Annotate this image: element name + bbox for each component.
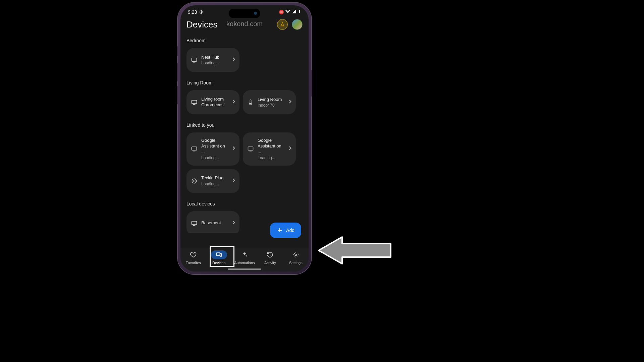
chevron-right-icon: [288, 99, 292, 105]
status-time: 9:23: [188, 9, 197, 15]
chevron-right-icon: [232, 220, 235, 226]
section-row: Living room Chromecast Living Room Indoo…: [186, 90, 303, 114]
gear-icon: [292, 251, 299, 258]
svg-rect-1: [192, 100, 197, 104]
watermark: kokond.com: [226, 20, 263, 28]
device-text: Google Assistant on ... Loading...: [201, 138, 229, 160]
sparkle-icon: [241, 251, 248, 258]
device-card-chromecast[interactable]: Living room Chromecast: [186, 90, 239, 114]
header-actions: [277, 19, 303, 30]
chevron-right-icon: [232, 178, 235, 184]
nav-devices[interactable]: Devices: [206, 250, 231, 265]
add-label: Add: [286, 228, 294, 233]
device-title: Nest Hub: [201, 55, 229, 60]
section-row: Nest Hub Loading...: [186, 48, 303, 72]
bottom-nav: Favorites Devices Automations Activity S…: [180, 248, 309, 272]
device-title: Living room Chromecast: [201, 97, 229, 108]
svg-point-7: [195, 181, 196, 181]
page-title: Devices: [186, 19, 217, 30]
flask-icon: [280, 22, 285, 27]
device-text: Google Assistant on ... Loading...: [258, 138, 285, 160]
battery-icon: [298, 9, 301, 15]
phone-side-button: [177, 86, 178, 104]
nav-label: Settings: [289, 261, 303, 265]
section-label: Linked to you: [186, 122, 303, 128]
device-text: Nest Hub Loading...: [201, 55, 229, 66]
svg-point-11: [295, 254, 297, 256]
device-sub: Loading...: [201, 61, 229, 65]
nav-automations[interactable]: Automations: [232, 250, 257, 265]
svg-point-6: [193, 181, 194, 181]
display-icon: [191, 145, 198, 153]
device-text: Living room Chromecast: [201, 97, 229, 108]
device-card-plug[interactable]: Teckin Plug Loading...: [186, 169, 239, 193]
device-card-basement[interactable]: Basement: [186, 211, 239, 233]
display-icon: [191, 99, 198, 106]
device-sub: Loading...: [258, 156, 285, 160]
device-title: Google Assistant on ...: [258, 138, 285, 155]
phone-side-button: [311, 70, 312, 97]
device-title: Teckin Plug: [201, 175, 229, 181]
svg-point-5: [192, 179, 196, 183]
device-title: Google Assistant on ...: [201, 138, 229, 155]
device-card-assistant[interactable]: Google Assistant on ... Loading...: [243, 132, 296, 166]
devices-icon: [216, 251, 222, 258]
section-label: Bedroom: [186, 38, 303, 43]
device-text: Teckin Plug Loading...: [201, 175, 229, 186]
labs-button[interactable]: [277, 19, 288, 30]
nav-label: Automations: [234, 261, 255, 265]
svg-rect-0: [192, 58, 197, 61]
device-text: Living Room Indoor 70: [258, 97, 285, 108]
account-avatar[interactable]: [292, 19, 303, 30]
device-text: Basement: [201, 220, 229, 226]
device-title: Living Room: [258, 97, 285, 103]
device-sub: Loading...: [201, 182, 229, 186]
nav-activity[interactable]: Activity: [257, 250, 283, 265]
signal-icon: [292, 9, 297, 15]
phone-side-button: [177, 46, 178, 56]
plug-icon: [191, 177, 198, 185]
nav-label: Devices: [212, 261, 225, 265]
nav-favorites[interactable]: Favorites: [180, 250, 206, 265]
status-left: 9:23: [188, 9, 203, 15]
svg-point-2: [250, 103, 251, 104]
display-icon: [191, 56, 198, 64]
device-title: Basement: [201, 220, 229, 226]
device-card-nest-hub[interactable]: Nest Hub Loading...: [186, 48, 239, 72]
display-icon: [191, 220, 198, 227]
svg-rect-3: [192, 147, 197, 150]
add-button[interactable]: Add: [270, 223, 301, 238]
plus-icon: [277, 227, 283, 233]
section-label: Living Room: [186, 80, 303, 85]
heart-icon: [190, 251, 197, 258]
home-indicator[interactable]: [228, 268, 261, 270]
nav-settings[interactable]: Settings: [283, 250, 309, 265]
phone-side-button: [177, 63, 178, 81]
device-sub: Loading...: [201, 156, 229, 160]
svg-rect-4: [248, 147, 253, 150]
section-row: Google Assistant on ... Loading... Googl…: [186, 132, 303, 193]
device-sub: Indoor 70: [258, 103, 285, 108]
thermometer-icon: [247, 99, 254, 106]
phone-notch: [229, 9, 260, 18]
wifi-icon: [285, 9, 290, 15]
svg-rect-10: [220, 254, 221, 256]
chevron-right-icon: [288, 146, 292, 152]
arrow-annotation: [315, 232, 396, 272]
phone-frame: 9:23 kokond.com Devices: [178, 3, 311, 274]
status-right: [279, 9, 301, 15]
svg-rect-9: [216, 253, 220, 255]
display-icon: [247, 145, 254, 153]
screen-record-icon: [279, 10, 284, 14]
history-icon: [267, 251, 273, 258]
section-label: Local devices: [186, 201, 303, 206]
device-card-thermostat[interactable]: Living Room Indoor 70: [243, 90, 296, 114]
chevron-right-icon: [232, 146, 235, 152]
svg-rect-8: [192, 221, 197, 225]
device-card-assistant[interactable]: Google Assistant on ... Loading...: [186, 132, 239, 166]
phone-screen: 9:23 kokond.com Devices: [180, 5, 309, 272]
device-list[interactable]: Bedroom Nest Hub Loading... Living Room …: [180, 35, 309, 233]
record-indicator-icon: [200, 10, 203, 14]
chevron-right-icon: [232, 99, 235, 105]
nav-label: Activity: [264, 261, 276, 265]
